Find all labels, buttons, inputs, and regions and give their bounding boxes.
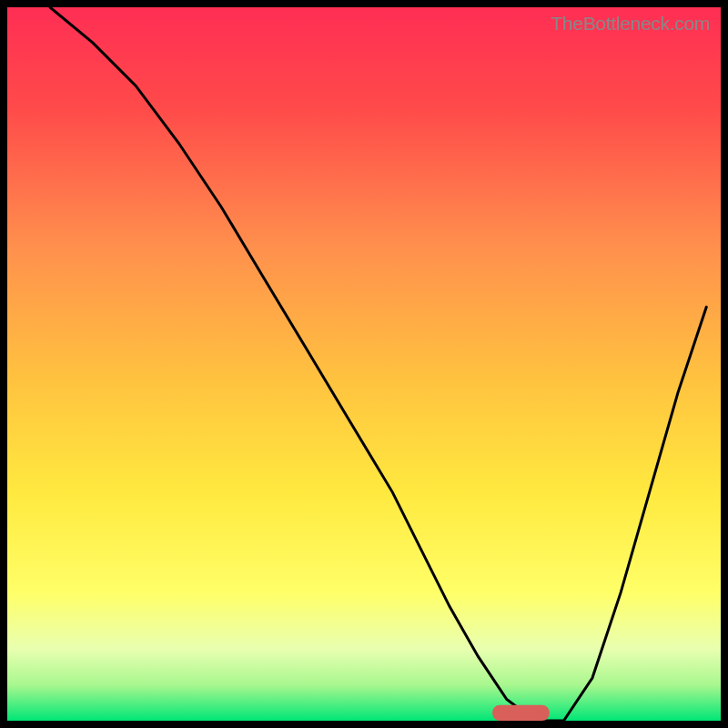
chart-svg: [7, 7, 721, 721]
chart-container: TheBottleneck.com: [0, 0, 728, 728]
bottleneck-marker: [492, 705, 550, 721]
watermark-text: TheBottleneck.com: [551, 13, 710, 35]
